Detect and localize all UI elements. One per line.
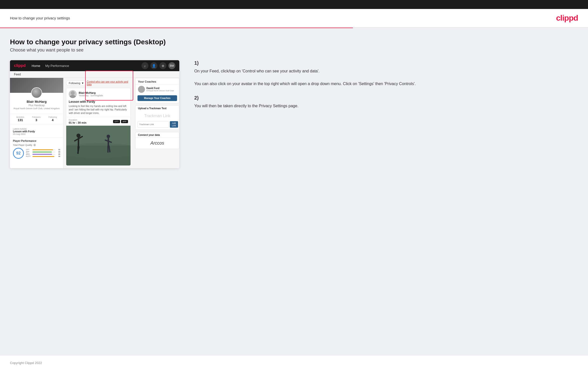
- post-duration: Duration 01 hr : 30 min OTT APP: [66, 117, 131, 126]
- nav-link-home[interactable]: Home: [32, 64, 40, 68]
- app-nav-icons: ⌕ 👤 ⊕ BM: [141, 62, 175, 69]
- stat-activities-label: Activities: [16, 116, 24, 118]
- trackman-link-placeholder: Trackman Link: [135, 111, 179, 121]
- post-description: Looking to feel like my hands are exitin…: [69, 105, 128, 115]
- main-content: How to change your privacy settings (Des…: [0, 28, 588, 355]
- stat-followers-value: 3: [32, 118, 41, 122]
- svg-point-0: [71, 91, 75, 95]
- app-body: Blair McHarg Plus Handicap Royal North D…: [10, 78, 179, 168]
- instruction-1-number: 1): [194, 60, 578, 66]
- instruction-2-number: 2): [194, 95, 578, 101]
- person-icon[interactable]: 👤: [150, 62, 157, 69]
- quality-label: Total Player Quality i: [13, 144, 60, 146]
- app-screenshot: clippd Home My Performance ⌕ 👤 ⊕ BM Feed: [10, 60, 179, 168]
- latest-activity-date: 03 Aug 2022: [13, 133, 60, 135]
- post-body: Lesson with Fordy Looking to feel like m…: [66, 100, 131, 117]
- sidebar-banner: [10, 78, 63, 93]
- connect-data-card: Connect your data Arccos: [135, 132, 179, 149]
- performance-bars: OTT 90 APP 85 ARG: [26, 149, 60, 158]
- coaches-card: Your Coaches David Ford ● Royal North De…: [135, 78, 179, 103]
- quality-info-icon[interactable]: i: [33, 144, 36, 146]
- sidebar-user-club: Royal North Devon Golf Club, United King…: [12, 107, 61, 110]
- post-title: Lesson with Fordy: [69, 100, 128, 104]
- breadcrumb: How to change your privacy settings: [10, 16, 70, 20]
- player-score: 92: [13, 148, 24, 159]
- stat-following-label: Following: [48, 116, 57, 118]
- bar-ott: OTT 90: [26, 149, 60, 151]
- post-avatar: [69, 90, 77, 98]
- bar-putt: PUTT 96: [26, 156, 60, 157]
- arccos-logo: Arccos: [135, 138, 179, 149]
- trackman-title: Upload a Trackman Test: [135, 105, 179, 111]
- page-title: How to change your privacy settings (Des…: [10, 38, 578, 46]
- instruction-1: 1) On your Feed, click/tap on 'Control w…: [194, 60, 578, 87]
- post-meta: Yesterday · Sunningdale: [79, 94, 128, 97]
- top-bar: [0, 0, 588, 9]
- post-image-svg: [66, 126, 131, 165]
- page-subtitle: Choose what you want people to see: [10, 48, 578, 53]
- bar-arg: ARG 86: [26, 153, 60, 155]
- instruction-2: 2) You will then be taken directly to th…: [194, 95, 578, 109]
- nav-link-performance[interactable]: My Performance: [45, 64, 69, 68]
- manage-coaches-button[interactable]: Manage Your Coaches: [137, 95, 177, 101]
- latest-activity-name: Lesson with Fordy: [13, 130, 60, 133]
- sidebar-latest: Latest Activity Lesson with Fordy 03 Aug…: [10, 126, 63, 137]
- feed-header: Following ▼ Control who can see your act…: [66, 80, 131, 86]
- site-header: How to change your privacy settings clip…: [0, 9, 588, 28]
- coaches-title: Your Coaches: [135, 78, 179, 84]
- nav-avatar[interactable]: BM: [168, 62, 175, 69]
- post-header: Blair McHarg Yesterday · Sunningdale: [66, 88, 131, 100]
- duration-value: 01 hr : 30 min: [69, 121, 86, 124]
- post-username: Blair McHarg: [79, 91, 128, 94]
- instructions: 1) On your Feed, click/tap on 'Control w…: [189, 60, 578, 117]
- footer-copyright: Copyright Clippd 2022: [10, 361, 42, 365]
- trackman-input[interactable]: [137, 121, 169, 128]
- sidebar-user-tag: Plus Handicap: [12, 104, 61, 107]
- instruction-2-text: You will then be taken directly to the P…: [194, 103, 578, 109]
- page-heading: How to change your privacy settings (Des…: [10, 38, 578, 53]
- svg-point-10: [107, 135, 110, 138]
- tag-app: APP: [121, 120, 128, 123]
- trackman-input-row: Add Link: [135, 121, 179, 130]
- trackman-add-button[interactable]: Add Link: [170, 121, 178, 128]
- post-image: [66, 126, 131, 165]
- app-nav-logo: clippd: [14, 63, 26, 68]
- post-card: Blair McHarg Yesterday · Sunningdale Les…: [66, 88, 131, 166]
- feed-tab[interactable]: Feed: [10, 71, 179, 78]
- stat-followers-label: Followers: [32, 116, 41, 118]
- following-button[interactable]: Following ▼: [66, 80, 87, 86]
- coach-info: David Ford ● Royal North Devon Golf Club: [146, 87, 177, 92]
- duration-label: Duration: [69, 119, 86, 121]
- connect-data-title: Connect your data: [135, 132, 179, 138]
- bar-app: APP 85: [26, 151, 60, 153]
- latest-activity-label: Latest Activity: [13, 128, 60, 130]
- post-user: Blair McHarg Yesterday · Sunningdale: [79, 91, 128, 97]
- stat-activities: Activities 131: [16, 116, 24, 122]
- sidebar-username: Blair McHarg: [12, 100, 61, 104]
- coach-name: David Ford: [146, 87, 177, 90]
- plus-icon[interactable]: ⊕: [159, 62, 166, 69]
- coach-club: ● Royal North Devon Golf Club: [146, 90, 177, 92]
- stat-followers: Followers 3: [32, 116, 41, 122]
- stat-following-value: 4: [48, 118, 57, 122]
- tag-ott: OTT: [113, 120, 120, 123]
- svg-rect-13: [107, 146, 109, 153]
- search-icon[interactable]: ⌕: [141, 62, 148, 69]
- duration-tags: OTT APP: [113, 120, 128, 123]
- app-right-panel: Your Coaches David Ford ● Royal North De…: [133, 78, 179, 168]
- sidebar-stats: Activities 131 Followers 3 Following 4: [10, 114, 63, 124]
- coach-avatar: [138, 86, 145, 93]
- coach-row: David Ford ● Royal North Devon Golf Club: [135, 84, 179, 94]
- stat-activities-value: 131: [16, 118, 24, 122]
- sidebar-avatar: [31, 87, 42, 98]
- stat-following: Following 4: [48, 116, 57, 122]
- two-col-layout: clippd Home My Performance ⌕ 👤 ⊕ BM Feed: [10, 60, 578, 168]
- app-nav-links: Home My Performance: [32, 64, 141, 68]
- svg-point-1: [69, 95, 76, 98]
- app-nav: clippd Home My Performance ⌕ 👤 ⊕ BM: [10, 60, 179, 71]
- site-footer: Copyright Clippd 2022: [0, 355, 588, 367]
- sidebar-performance: Player Performance Total Player Quality …: [10, 137, 63, 161]
- svg-point-5: [76, 134, 80, 138]
- svg-point-4: [66, 143, 131, 158]
- privacy-control-link[interactable]: Control who can see your activity and da…: [87, 80, 131, 86]
